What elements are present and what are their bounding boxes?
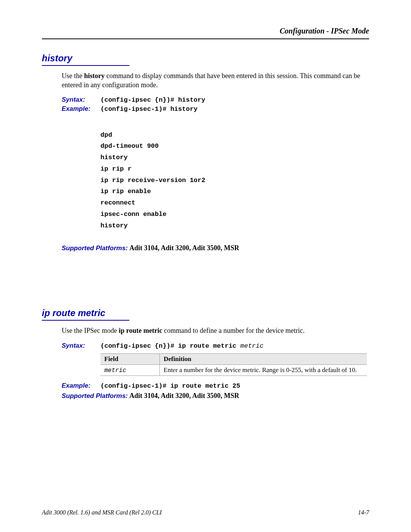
syntax-value: (config-ipsec {n})# history bbox=[100, 96, 205, 104]
example-value: (config-ipsec-1)# history bbox=[100, 105, 198, 113]
output-line: ip rip enable bbox=[100, 186, 369, 197]
example-value: (config-ipsec-1)# ip route metric 25 bbox=[100, 382, 240, 390]
table-field-value: metric bbox=[104, 367, 126, 374]
table-header-row: Field Definition bbox=[100, 353, 367, 364]
intro-cmd: ip route metric bbox=[119, 327, 162, 334]
table-row: metric Enter a number for the device met… bbox=[100, 364, 367, 375]
section-body-history: Use the history command to display comma… bbox=[62, 71, 369, 252]
syntax-row: Syntax: (config-ipsec {n})# ip route met… bbox=[62, 342, 369, 350]
intro-cmd: history bbox=[84, 72, 105, 80]
intro-text-post: command to define a number for the devic… bbox=[162, 327, 305, 334]
intro-text: Use the bbox=[62, 72, 84, 80]
section-title-iproutemetric: ip route metric bbox=[42, 308, 129, 321]
footer-right: 14-7 bbox=[358, 509, 369, 516]
iproute-intro: Use the IPSec mode ip route metric comma… bbox=[62, 326, 369, 335]
example-label: Example: bbox=[62, 382, 100, 390]
section-body-iproutemetric: Use the IPSec mode ip route metric comma… bbox=[62, 326, 369, 399]
output-line: ip rip receive-version 1or2 bbox=[100, 175, 369, 186]
output-line: dpd-timeout 900 bbox=[100, 141, 369, 152]
platforms-value: Adit 3104, Adit 3200, Adit 3500, MSR bbox=[129, 392, 239, 399]
document-page: Configuration - IPSec Mode history Use t… bbox=[0, 0, 411, 532]
syntax-arg: metric bbox=[240, 342, 263, 350]
table-definition-value: Enter a number for the device metric. Ra… bbox=[160, 364, 367, 375]
platforms-row: Supported Platforms: Adit 3104, Adit 320… bbox=[62, 392, 369, 400]
output-line: ip rip r bbox=[100, 163, 369, 175]
example-row: Example: (config-ipsec-1)# history bbox=[62, 105, 369, 113]
output-line: history bbox=[100, 220, 369, 232]
page-footer: Adit 3000 (Rel. 1.6) and MSR Card (Rel 2… bbox=[42, 509, 369, 516]
syntax-row: Syntax: (config-ipsec {n})# history bbox=[62, 96, 369, 104]
parameter-table: Field Definition metric Enter a number f… bbox=[100, 353, 367, 376]
footer-left: Adit 3000 (Rel. 1.6) and MSR Card (Rel 2… bbox=[42, 509, 162, 516]
syntax-label: Syntax: bbox=[62, 342, 100, 350]
intro-text: Use the IPSec mode bbox=[62, 327, 119, 334]
output-line: reconnect bbox=[100, 197, 369, 209]
output-line: ipsec-conn enable bbox=[100, 209, 369, 220]
page-header: Configuration - IPSec Mode bbox=[42, 27, 369, 35]
syntax-value: (config-ipsec {n})# ip route metric bbox=[100, 342, 240, 350]
section-title-history: history bbox=[42, 53, 129, 66]
syntax-label: Syntax: bbox=[62, 96, 100, 104]
example-label: Example: bbox=[62, 105, 100, 113]
history-intro: Use the history command to display comma… bbox=[62, 71, 369, 90]
intro-text-post: command to display commands that have be… bbox=[62, 72, 360, 89]
table-header-definition: Definition bbox=[160, 353, 367, 364]
platforms-label: Supported Platforms: bbox=[62, 244, 128, 252]
platforms-value: Adit 3104, Adit 3200, Adit 3500, MSR bbox=[129, 244, 239, 252]
output-line: dpd bbox=[100, 129, 369, 141]
platforms-label: Supported Platforms: bbox=[62, 392, 128, 400]
example-row: Example: (config-ipsec-1)# ip route metr… bbox=[62, 382, 369, 390]
section-gap bbox=[42, 252, 369, 294]
history-output: dpd dpd-timeout 900 history ip rip r ip … bbox=[100, 129, 369, 232]
output-line: history bbox=[100, 152, 369, 163]
header-rule bbox=[42, 38, 369, 39]
table-header-field: Field bbox=[100, 353, 160, 364]
platforms-row: Supported Platforms: Adit 3104, Adit 320… bbox=[62, 244, 369, 252]
